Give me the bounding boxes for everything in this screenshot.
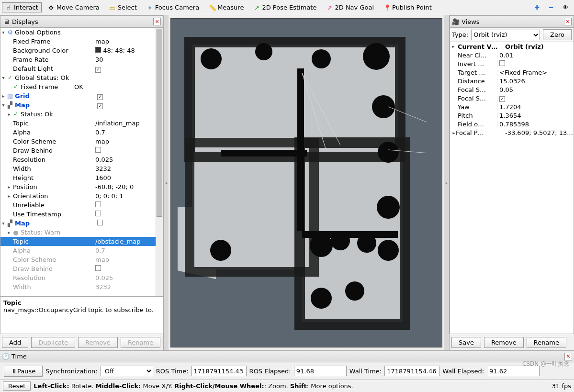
tree-scrollbar[interactable]	[156, 28, 163, 296]
current-view-label[interactable]: Current V…	[456, 43, 503, 50]
clock-icon: 🕐	[2, 353, 10, 360]
topic2-value[interactable]: /obstacle_map	[93, 237, 163, 246]
wall-elapsed-label: Wall Elapsed:	[442, 368, 484, 375]
map1-item[interactable]: Map	[14, 101, 95, 110]
unreliable-checkbox[interactable]	[93, 201, 163, 210]
measure-button[interactable]: 📏Measure	[205, 2, 247, 12]
draw-behind-checkbox[interactable]	[93, 146, 163, 155]
focal-size-value[interactable]: 0.05	[497, 86, 574, 93]
position-label: Position	[12, 182, 93, 191]
sync-select[interactable]: Off	[101, 366, 153, 376]
global-status[interactable]: Global Status: Ok	[14, 73, 95, 82]
views-title: Views	[461, 18, 562, 25]
yaw-value[interactable]: 1.7204	[497, 103, 574, 111]
resolution2-value[interactable]: 0.025	[93, 273, 163, 282]
remove-button[interactable]: Remove	[78, 337, 118, 348]
publish-point-button[interactable]: 📍Publish Point	[380, 2, 435, 12]
focus-camera-button[interactable]: ✦Focus Camera	[143, 2, 203, 12]
default-light-checkbox[interactable]: ✓	[93, 64, 163, 73]
width2-value[interactable]: 3232	[93, 282, 163, 291]
right-splitter[interactable]: ▸	[444, 15, 449, 350]
orientation-label: Orientation	[12, 191, 93, 201]
map2-checkbox[interactable]	[95, 219, 163, 228]
color-scheme-label: Color Scheme	[12, 137, 93, 146]
alpha2-label: Alpha	[12, 246, 93, 255]
move-camera-button[interactable]: ✥Move Camera	[45, 2, 103, 12]
distance-value[interactable]: 15.0326	[497, 78, 574, 85]
grid-item[interactable]: Grid	[14, 91, 95, 101]
frame-rate-value[interactable]: 30	[93, 55, 163, 64]
orientation-value[interactable]: 0; 0; 0; 1	[93, 191, 163, 201]
views-tree[interactable]: ▾Current V…Orbit (rviz) Near Cl…0.01 Inv…	[450, 42, 574, 334]
pose-2d-button[interactable]: ↗2D Pose Estimate	[250, 2, 320, 12]
displays-panel: 🖥 Displays ✕ ▾⚙Global Options Fixed Fram…	[0, 15, 164, 350]
focal-fixed-checkbox[interactable]: ✓	[497, 95, 574, 102]
wall-time-input[interactable]	[384, 366, 439, 376]
height-value[interactable]: 1600	[93, 173, 163, 182]
add-button[interactable]: Add	[2, 337, 28, 348]
topic1-value[interactable]: /inflation_map	[93, 119, 163, 128]
height-label: Height	[12, 173, 93, 182]
interact-button[interactable]: ☝Interact	[2, 2, 42, 12]
close-icon[interactable]: ✕	[153, 18, 161, 25]
color-scheme-value[interactable]: map	[93, 137, 163, 146]
alpha-value[interactable]: 0.7	[93, 128, 163, 137]
render-viewport[interactable]	[170, 18, 442, 347]
unreliable-label: Unreliable	[12, 201, 93, 210]
warn-icon: ●	[12, 229, 20, 236]
target-label: Target …	[450, 69, 497, 76]
rename-button[interactable]: Rename	[121, 337, 160, 348]
check-icon: ✓	[12, 111, 20, 118]
map2-status[interactable]: Status: Warn	[20, 228, 101, 237]
fixed-frame-value[interactable]: map	[93, 37, 163, 46]
focal-point-value[interactable]: -33.609; 9.5027; 13.…	[503, 129, 574, 136]
target-value[interactable]: <Fixed Frame>	[497, 69, 574, 76]
map1-checkbox[interactable]: ✓	[95, 101, 163, 110]
bg-color-value[interactable]: 48; 48; 48	[93, 46, 163, 55]
pitch-value[interactable]: 1.3654	[497, 112, 574, 119]
zero-button[interactable]: Zero	[543, 29, 572, 40]
width-value[interactable]: 3232	[93, 164, 163, 173]
resolution-value[interactable]: 0.025	[93, 155, 163, 164]
map2-item[interactable]: Map	[14, 219, 95, 228]
close-icon[interactable]: ✕	[564, 353, 572, 360]
alpha-label: Alpha	[12, 128, 93, 137]
map1-status[interactable]: Status: Ok	[20, 110, 101, 119]
add-tool-button[interactable]: ✚	[531, 2, 543, 12]
select-button[interactable]: ▭Select	[106, 2, 140, 12]
reset-button[interactable]: Reset	[3, 381, 31, 391]
fov-value[interactable]: 0.785398	[497, 121, 574, 128]
rename-view-button[interactable]: Rename	[527, 337, 566, 348]
near-clip-value[interactable]: 0.01	[497, 52, 574, 59]
color-scheme2-label: Color Scheme	[12, 255, 93, 264]
duplicate-button[interactable]: Duplicate	[31, 337, 75, 348]
near-clip-label: Near Cl…	[450, 52, 497, 59]
wall-elapsed-input[interactable]	[487, 366, 540, 376]
views-panel: 🎥 Views ✕ Type: Orbit (rviz) Zero ▾Curre…	[449, 15, 574, 350]
global-options[interactable]: Global Options	[14, 28, 95, 37]
save-view-button[interactable]: Save	[451, 337, 481, 348]
color-scheme2-value[interactable]: map	[93, 255, 163, 264]
position-value[interactable]: -60.8; -20; 0	[93, 182, 163, 191]
svg-point-14	[372, 95, 395, 118]
svg-point-21	[311, 288, 332, 309]
ros-elapsed-input[interactable]	[294, 366, 347, 376]
pause-icon: ⏸	[11, 368, 17, 375]
remove-tool-button[interactable]: ━	[546, 2, 556, 12]
view-toggle-button[interactable]: 👁	[559, 2, 572, 12]
grid-checkbox[interactable]: ✓	[95, 91, 163, 101]
ros-time-input[interactable]	[191, 366, 247, 376]
use-timestamp-checkbox[interactable]	[93, 210, 163, 219]
draw-behind2-checkbox[interactable]	[93, 264, 163, 273]
remove-view-button[interactable]: Remove	[484, 337, 524, 348]
left-splitter[interactable]: ◂	[164, 15, 169, 350]
focal-point-label[interactable]: Focal P…	[456, 129, 503, 136]
alpha2-value[interactable]: 0.7	[93, 246, 163, 255]
views-buttons: Save Remove Rename	[450, 334, 574, 350]
displays-tree[interactable]: ▾⚙Global Options Fixed Framemap Backgrou…	[0, 28, 163, 297]
type-select[interactable]: Orbit (rviz)	[471, 30, 540, 40]
nav-2d-button[interactable]: ↗2D Nav Goal	[323, 2, 377, 12]
pause-button[interactable]: ⏸Pause	[4, 366, 43, 377]
close-icon[interactable]: ✕	[564, 18, 572, 25]
invert-z-checkbox[interactable]	[497, 60, 574, 67]
